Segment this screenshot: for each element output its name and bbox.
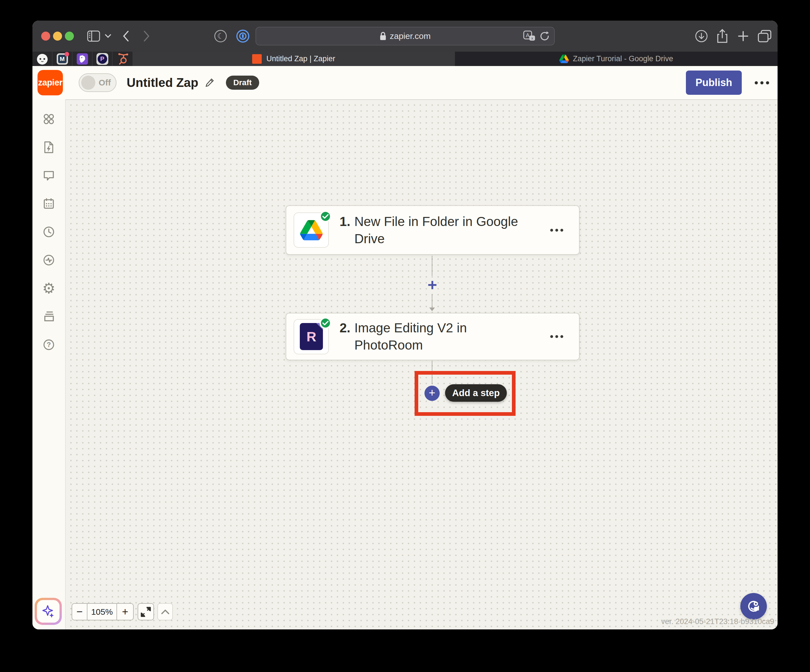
back-button[interactable] bbox=[122, 20, 130, 52]
photoroom-icon: R bbox=[300, 323, 323, 350]
left-sidebar: ⚙ ? bbox=[32, 99, 66, 630]
tab-bar: M P bbox=[32, 52, 778, 66]
zoom-in-button[interactable]: + bbox=[117, 604, 133, 620]
chevron-up-icon bbox=[161, 610, 169, 615]
help-icon: ? bbox=[42, 338, 55, 351]
comment-icon bbox=[42, 169, 55, 182]
onepassword-extension-icon[interactable] bbox=[236, 20, 249, 52]
step-title: 2. Image Editing V2 in PhotoRoom bbox=[339, 319, 526, 353]
translate-icon[interactable]: A x bbox=[523, 30, 536, 42]
expand-icon bbox=[140, 606, 151, 617]
zoom-out-button[interactable]: − bbox=[72, 604, 88, 620]
toggle-label: Off bbox=[99, 78, 111, 88]
photoroom-favicon: P bbox=[96, 53, 108, 65]
svg-text:?: ? bbox=[47, 341, 51, 348]
tab-untitled-zap[interactable]: Untitled Zap | Zapier bbox=[133, 52, 455, 66]
collapse-controls-button[interactable] bbox=[157, 603, 173, 620]
build-version-text: ver. 2024-05-21T23:18-b9310ca9 bbox=[661, 617, 774, 626]
status-badge: Draft bbox=[226, 76, 259, 90]
github-icon bbox=[36, 53, 49, 65]
sidebar-item-zap-templates[interactable] bbox=[42, 141, 55, 154]
svg-text:R: R bbox=[306, 329, 316, 344]
step-valid-check-icon bbox=[319, 317, 331, 329]
forward-button[interactable] bbox=[143, 20, 150, 52]
zoom-level[interactable]: 105% bbox=[88, 604, 117, 620]
tab-title: Untitled Zap | Zapier bbox=[266, 54, 335, 63]
svg-text:A: A bbox=[526, 32, 530, 38]
step-menu-button[interactable] bbox=[550, 335, 563, 338]
new-tab-button[interactable] bbox=[737, 20, 749, 52]
moon-icon: ☾ bbox=[217, 32, 224, 41]
calendar-icon bbox=[42, 197, 55, 210]
dark-mode-extension-icon[interactable]: ☾ bbox=[214, 20, 227, 52]
versions-icon bbox=[42, 310, 55, 323]
step-card-trigger[interactable]: 1. New File in Folder in Google Drive bbox=[286, 205, 580, 255]
step-title: 1. New File in Folder in Google Drive bbox=[339, 213, 526, 247]
pinned-tab-github[interactable] bbox=[32, 52, 52, 66]
reload-icon[interactable] bbox=[540, 30, 550, 42]
connector-arrow bbox=[429, 307, 435, 311]
pinned-tab-mem[interactable]: M bbox=[52, 52, 73, 66]
step-menu-button[interactable] bbox=[550, 229, 563, 231]
connector-line bbox=[432, 256, 432, 276]
browser-toolbar: ☾ zapier.com A x bbox=[32, 20, 778, 52]
add-step-button[interactable]: Add a step bbox=[445, 384, 507, 402]
insert-step-button[interactable]: + bbox=[420, 275, 444, 294]
downloads-button[interactable] bbox=[695, 20, 708, 52]
step-app-icon-box bbox=[294, 213, 329, 248]
ai-assistant-button[interactable] bbox=[35, 598, 62, 625]
sidebar-toggle-icon[interactable] bbox=[87, 20, 100, 52]
google-drive-favicon bbox=[559, 54, 569, 63]
sparkle-icon bbox=[40, 603, 56, 619]
sidebar-item-settings[interactable]: ⚙ bbox=[42, 282, 55, 295]
publish-button[interactable]: Publish bbox=[686, 71, 742, 95]
pinned-tab-photoroom[interactable]: P bbox=[93, 52, 113, 66]
tab-title: Zapier Turorial - Google Drive bbox=[573, 54, 673, 63]
zoom-window-button[interactable] bbox=[65, 32, 74, 41]
sidebar-item-history[interactable] bbox=[42, 225, 55, 238]
clock-icon bbox=[42, 225, 55, 238]
step-card-action[interactable]: R 2. Image Editing V2 in PhotoRoom bbox=[286, 313, 580, 360]
support-chat-button[interactable] bbox=[740, 593, 767, 620]
close-window-button[interactable] bbox=[41, 32, 50, 41]
address-bar[interactable]: zapier.com A x bbox=[255, 27, 555, 46]
step-valid-check-icon bbox=[319, 211, 331, 222]
mem-icon: M bbox=[57, 53, 68, 64]
apps-grid-icon bbox=[42, 113, 55, 125]
zap-on-off-toggle[interactable]: Off bbox=[79, 73, 116, 92]
zapier-favicon bbox=[252, 54, 262, 64]
tab-overview-button[interactable] bbox=[757, 20, 772, 52]
chevron-down-icon[interactable] bbox=[105, 20, 111, 52]
connector-line bbox=[432, 294, 432, 308]
sidebar-item-notes[interactable] bbox=[42, 169, 55, 182]
header-more-menu[interactable] bbox=[755, 81, 769, 84]
support-agent-icon bbox=[746, 599, 761, 614]
notification-dot bbox=[64, 52, 69, 56]
sidebar-item-help[interactable]: ? bbox=[42, 338, 55, 351]
toggle-knob bbox=[81, 76, 95, 90]
app-header: zapier Off Untitled Zap Draft Publish bbox=[32, 66, 778, 99]
step-app-icon-box: R bbox=[294, 319, 329, 355]
sidebar-item-versions[interactable] bbox=[42, 310, 55, 323]
gear-icon: ⚙ bbox=[42, 282, 56, 295]
pulse-icon bbox=[42, 253, 55, 267]
edit-title-icon[interactable] bbox=[204, 78, 214, 88]
sidebar-item-schedule[interactable] bbox=[42, 197, 55, 210]
zap-doc-icon bbox=[42, 141, 55, 154]
zoom-controls: − 105% + bbox=[72, 603, 134, 620]
zap-title: Untitled Zap bbox=[127, 76, 198, 90]
share-icon[interactable] bbox=[716, 20, 729, 52]
pinned-tab-datadog[interactable] bbox=[73, 52, 93, 66]
pinned-tab-hubspot[interactable] bbox=[113, 52, 133, 66]
sidebar-item-zap-runs[interactable] bbox=[42, 253, 55, 267]
tab-google-drive[interactable]: Zapier Turorial - Google Drive bbox=[455, 52, 778, 66]
main-area: ⚙ ? bbox=[32, 99, 778, 630]
minimize-window-button[interactable] bbox=[53, 32, 62, 41]
add-step-plus-button[interactable]: + bbox=[424, 386, 440, 401]
zap-editor-canvas[interactable]: 1. New File in Folder in Google Drive + bbox=[66, 99, 778, 630]
url-text: zapier.com bbox=[390, 31, 431, 41]
svg-text:x: x bbox=[532, 36, 533, 41]
zapier-logo[interactable]: zapier bbox=[37, 70, 63, 95]
fit-to-view-button[interactable] bbox=[138, 603, 154, 620]
sidebar-item-apps[interactable] bbox=[42, 113, 55, 125]
